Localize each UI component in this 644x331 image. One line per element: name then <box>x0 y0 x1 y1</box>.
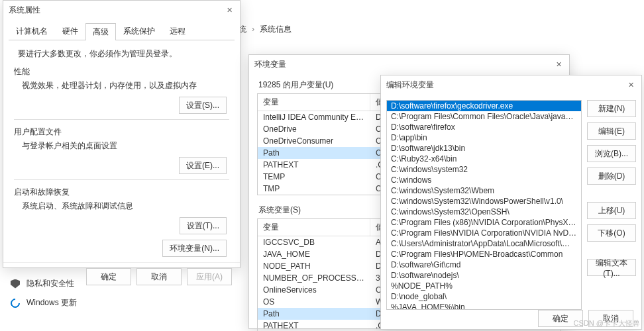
list-item[interactable]: C:\Program Files\NVIDIA Corporation\NVID… <box>387 228 581 238</box>
list-item[interactable]: D:\software\nodejs\ <box>387 270 581 281</box>
system-properties-dialog: 系统属性 计算机名 硬件 高级 系统保护 远程 要进行大多数更改，你必须作为管理… <box>3 0 241 268</box>
list-item[interactable]: D:\software\jdk13\bin <box>387 143 581 154</box>
list-item[interactable]: C:\windows\System32\OpenSSH\ <box>387 207 581 217</box>
list-item[interactable]: C:\Ruby32-x64\bin <box>387 154 581 164</box>
list-item[interactable]: C:\windows\System32\Wbem <box>387 185 581 196</box>
performance-settings-button[interactable]: 设置(S)... <box>179 97 227 114</box>
list-item[interactable]: C:\Program Files\Common Files\Oracle\Jav… <box>387 111 581 122</box>
env-vars-button[interactable]: 环境变量(N)... <box>162 240 227 257</box>
move-down-button[interactable]: 下移(O) <box>587 224 636 242</box>
path-list[interactable]: D:\software\firefox\geckodriver.exeC:\Pr… <box>386 100 582 310</box>
close-icon[interactable] <box>224 5 235 16</box>
dialog-title: 编辑环境变量 <box>386 79 434 91</box>
dialog-titlebar: 编辑环境变量 <box>381 75 641 95</box>
edit-env-var-dialog: 编辑环境变量 D:\software\firefox\geckodriver.e… <box>380 75 642 330</box>
startup-text: 系统启动、系统故障和调试信息 <box>22 201 240 212</box>
tab-advanced[interactable]: 高级 <box>85 23 116 40</box>
edit-button[interactable]: 编辑(E) <box>587 122 636 140</box>
tab-system-protection[interactable]: 系统保护 <box>116 23 162 40</box>
list-item[interactable]: %JAVA_HOME%\bin <box>387 302 581 310</box>
user-profile-text: 与登录帐户相关的桌面设置 <box>22 140 240 152</box>
browse-button[interactable]: 浏览(B)... <box>587 145 636 162</box>
list-item[interactable]: C:\windows\System32\WindowsPowerShell\v1… <box>387 196 581 207</box>
edit-text-button[interactable]: 编辑文本(T)... <box>587 259 636 276</box>
close-icon[interactable] <box>625 80 636 91</box>
sidebar-item-update[interactable]: Windows 更新 <box>0 293 133 312</box>
tab-remote[interactable]: 远程 <box>162 23 193 40</box>
move-up-button[interactable]: 上移(U) <box>587 202 636 219</box>
ok-button[interactable]: 确定 <box>86 268 131 285</box>
close-icon[interactable] <box>553 60 564 70</box>
list-item[interactable]: D:\app\bin <box>387 132 581 143</box>
list-item[interactable]: C:\Program Files (x86)\NVIDIA Corporatio… <box>387 217 581 228</box>
dialog-titlebar: 系统属性 <box>3 1 240 20</box>
performance-title: 性能 <box>14 66 240 77</box>
list-item[interactable]: D:\software\Git\cmd <box>387 260 581 270</box>
dialog-titlebar: 环境变量 <box>249 55 569 74</box>
tabs: 计算机名 硬件 高级 系统保护 远程 <box>9 23 235 40</box>
startup-settings-button[interactable]: 设置(T)... <box>180 217 227 234</box>
list-item[interactable]: C:\windows <box>387 175 581 185</box>
list-item[interactable]: D:\software\firefox <box>387 122 581 132</box>
list-item[interactable]: D:\node_global\ <box>387 291 581 302</box>
cancel-button[interactable]: 取消 <box>136 268 182 285</box>
dialog-title: 系统属性 <box>9 5 40 16</box>
list-item[interactable]: C:\Users\Administrator\AppData\Local\Mic… <box>387 238 581 249</box>
sync-icon <box>9 297 22 310</box>
dialog-title: 环境变量 <box>254 59 286 70</box>
list-item[interactable]: C:\Program Files\HP\OMEN-Broadcast\Commo… <box>387 249 581 260</box>
tab-hardware[interactable]: 硬件 <box>55 23 85 40</box>
new-button[interactable]: 新建(N) <box>587 100 636 117</box>
user-profile-settings-button[interactable]: 设置(E)... <box>179 157 227 174</box>
col-variable[interactable]: 变量 <box>258 219 370 236</box>
delete-button[interactable]: 删除(D) <box>587 167 636 185</box>
watermark: CSDN @卡卡大怪兽 <box>574 318 640 328</box>
list-item[interactable]: D:\software\firefox\geckodriver.exe <box>387 101 581 111</box>
admin-warning: 要进行大多数更改，你必须作为管理员登录。 <box>18 48 240 60</box>
startup-title: 启动和故障恢复 <box>14 187 240 198</box>
list-item[interactable]: %NODE_PATH% <box>387 281 581 291</box>
col-variable[interactable]: 变量 <box>258 94 370 111</box>
list-item[interactable]: C:\windows\system32 <box>387 164 581 175</box>
breadcrumb: 统›系统信息 <box>239 19 292 36</box>
performance-text: 视觉效果，处理器计划，内存使用，以及虚拟内存 <box>22 80 240 91</box>
apply-button[interactable]: 应用(A) <box>187 268 232 285</box>
tab-computer-name[interactable]: 计算机名 <box>9 23 55 40</box>
user-profile-title: 用户配置文件 <box>14 126 240 138</box>
